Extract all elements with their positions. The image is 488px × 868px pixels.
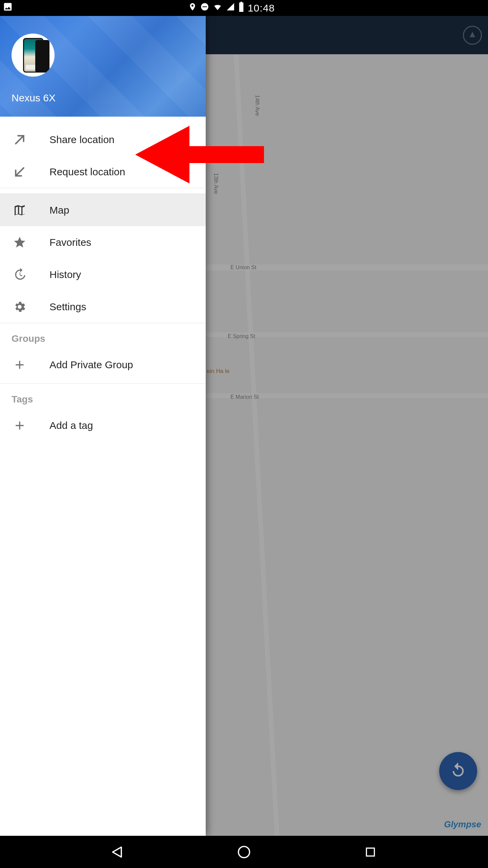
- avatar[interactable]: [12, 34, 55, 77]
- drawer-list: Share location Request location Map Favo…: [0, 117, 206, 493]
- sidebar-item-label: Add Private Group: [49, 359, 133, 371]
- sidebar-item-label: History: [49, 269, 81, 280]
- sidebar-item-label: Request location: [49, 166, 125, 178]
- picture-notification-icon: [3, 2, 13, 14]
- device-name: Nexus 6X: [12, 92, 56, 104]
- sidebar-item-label: Favorites: [49, 237, 91, 248]
- sidebar-item-label: Map: [49, 204, 69, 216]
- sidebar-item-map[interactable]: Map: [0, 194, 206, 226]
- location-icon: [188, 2, 197, 14]
- request-in-icon: [10, 162, 29, 181]
- battery-icon: [238, 2, 244, 14]
- plus-icon: [10, 355, 29, 374]
- sidebar-item-request-location[interactable]: Request location: [0, 156, 206, 188]
- sidebar-item-label: Share location: [49, 134, 115, 145]
- sidebar-item-label: Add a tag: [49, 420, 93, 431]
- drawer-header[interactable]: Nexus 6X: [0, 16, 206, 117]
- sidebar-item-favorites[interactable]: Favorites: [0, 226, 206, 258]
- dnd-icon: [200, 2, 209, 14]
- navigation-drawer: Nexus 6X Share location Request location…: [0, 16, 206, 493]
- status-clock: 10:48: [248, 2, 275, 14]
- wifi-icon: [212, 2, 223, 14]
- star-icon: [10, 233, 29, 252]
- history-icon: [10, 265, 29, 284]
- sidebar-item-add-private-group[interactable]: Add Private Group: [0, 350, 206, 379]
- sidebar-item-share-location[interactable]: Share location: [0, 123, 206, 156]
- gear-icon: [10, 297, 29, 316]
- cell-signal-icon: [226, 2, 235, 14]
- section-header-groups: Groups: [0, 323, 206, 350]
- sidebar-item-settings[interactable]: Settings: [0, 291, 206, 323]
- sidebar-item-label: Settings: [49, 301, 86, 313]
- map-icon: [10, 201, 29, 220]
- share-out-icon: [10, 130, 29, 149]
- status-bar: 10:48: [0, 0, 278, 16]
- sidebar-item-add-tag[interactable]: Add a tag: [0, 411, 206, 440]
- divider: [0, 188, 206, 194]
- plus-icon: [10, 416, 29, 435]
- sidebar-item-history[interactable]: History: [0, 258, 206, 291]
- section-header-tags: Tags: [0, 384, 206, 411]
- svg-rect-1: [202, 6, 207, 7]
